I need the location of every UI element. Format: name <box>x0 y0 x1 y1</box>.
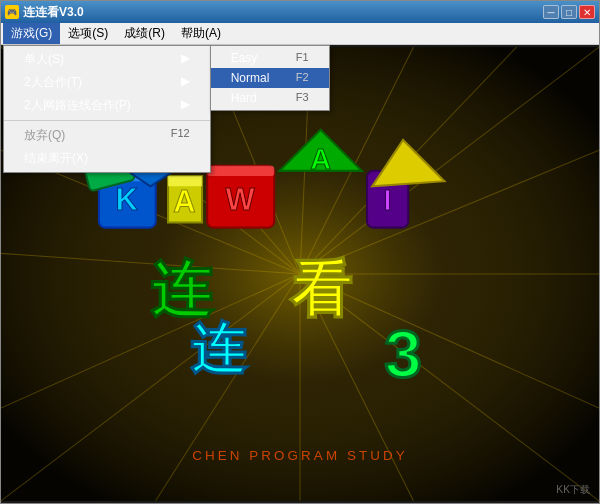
title-bar: 🎮 连连看V3.0 ─ □ ✕ <box>1 1 599 23</box>
svg-text:K: K <box>116 182 139 217</box>
window-title: 连连看V3.0 <box>23 4 84 21</box>
svg-text:I: I <box>384 184 392 216</box>
svg-text:CHEN  PROGRAM  STUDY: CHEN PROGRAM STUDY <box>192 448 408 463</box>
menu-bar: 游戏(G) 单人(S) Easy F1 Normal <box>1 23 599 45</box>
window-icon: 🎮 <box>5 5 19 19</box>
exit-item[interactable]: 结束离开(X) <box>4 147 210 170</box>
svg-text:KK下载: KK下载 <box>556 484 590 495</box>
main-window: 🎮 连连看V3.0 ─ □ ✕ 游戏(G) 单人(S) <box>0 0 600 504</box>
svg-text:看: 看 <box>290 256 352 323</box>
normal-item[interactable]: Normal F2 <box>211 68 329 88</box>
easy-item[interactable]: Easy F1 <box>211 48 329 68</box>
minimize-button[interactable]: ─ <box>543 5 559 19</box>
close-button[interactable]: ✕ <box>579 5 595 19</box>
menu-separator <box>4 120 210 121</box>
menu-game[interactable]: 游戏(G) 单人(S) Easy F1 Normal <box>3 23 60 44</box>
svg-rect-27 <box>207 166 274 176</box>
single-player-container: 单人(S) Easy F1 Normal F2 <box>4 48 210 71</box>
maximize-button[interactable]: □ <box>561 5 577 19</box>
svg-text:3: 3 <box>384 316 421 391</box>
title-bar-left: 🎮 连连看V3.0 <box>5 4 84 21</box>
menu-options[interactable]: 选项(S) <box>60 23 116 44</box>
svg-text:连: 连 <box>151 256 213 323</box>
single-player-item[interactable]: 单人(S) <box>4 48 210 71</box>
svg-text:A: A <box>310 143 331 175</box>
hard-item[interactable]: Hard F3 <box>211 88 329 108</box>
single-submenu: Easy F1 Normal F2 Hard F3 <box>210 45 330 111</box>
title-buttons: ─ □ ✕ <box>543 5 595 19</box>
svg-text:A: A <box>173 184 195 219</box>
coop2-item[interactable]: 2人合作(T) <box>4 71 210 94</box>
menu-scores[interactable]: 成绩(R) <box>116 23 173 44</box>
menu-help[interactable]: 帮助(A) <box>173 23 229 44</box>
online2-item[interactable]: 2人网路连线合作(P) <box>4 94 210 117</box>
svg-text:连: 连 <box>191 318 247 378</box>
game-dropdown: 单人(S) Easy F1 Normal F2 <box>3 45 211 173</box>
pause-item[interactable]: 放弃(Q) F12 <box>4 124 210 147</box>
svg-text:W: W <box>226 182 256 217</box>
